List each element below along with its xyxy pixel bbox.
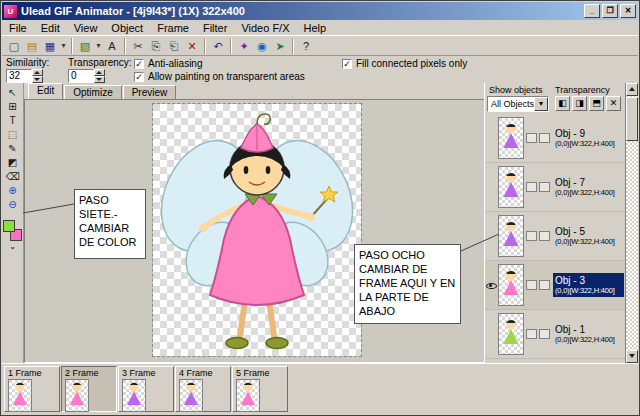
object-row-obj9[interactable]: Obj - 9 (0,0)[W:322,H:400] <box>485 114 625 163</box>
restore-button[interactable]: ❐ <box>602 4 618 18</box>
eyedropper-tool-icon[interactable]: ✎ <box>4 142 22 155</box>
new-icon[interactable]: ▢ <box>5 38 23 54</box>
transform-tool-icon[interactable]: ⊞ <box>4 100 22 113</box>
minimize-button[interactable]: _ <box>584 4 600 18</box>
add-image-icon[interactable]: ▧ <box>76 38 94 54</box>
visible-eye-icon[interactable] <box>486 280 497 291</box>
object-label-group[interactable]: Obj - 7 (0,0)[W:322,H:400] <box>553 175 624 199</box>
close-button[interactable]: ✕ <box>620 4 636 18</box>
objects-scrollbar[interactable] <box>625 83 638 363</box>
object-thumbnail[interactable] <box>498 313 524 355</box>
zoom-in-tool-icon[interactable]: ⊕ <box>4 184 22 197</box>
scroll-up-icon[interactable] <box>626 83 638 96</box>
duplicate-object-icon[interactable]: ◧ <box>555 96 570 111</box>
objects-filter-select[interactable]: All Objects ▾ <box>487 96 549 112</box>
object-thumbnail[interactable] <box>498 264 524 306</box>
transparency-box-icon[interactable] <box>539 231 550 241</box>
fill-connected-checkbox[interactable]: ✓ Fill connected pixels only <box>342 58 467 69</box>
transparency-box-icon[interactable] <box>526 329 537 339</box>
scroll-down-icon[interactable] <box>626 350 638 363</box>
wizard-icon[interactable]: ✦ <box>235 38 253 54</box>
menu-frame[interactable]: Frame <box>150 22 196 34</box>
stepper-down-icon[interactable] <box>32 76 43 83</box>
object-label-group[interactable]: Obj - 3 (0,0)[W:322,H:400] <box>553 273 624 297</box>
antialiasing-checkbox[interactable]: ✓ Anti-aliasing <box>134 58 202 69</box>
foreground-color-swatch[interactable] <box>3 220 15 232</box>
transparency-box-icon[interactable] <box>539 133 550 143</box>
transparency-box-icon[interactable] <box>539 182 550 192</box>
delete-object-icon[interactable]: ✕ <box>606 96 621 111</box>
object-label-group[interactable]: Obj - 5 (0,0)[W:322,H:400] <box>553 224 624 248</box>
chevron-down-icon[interactable]: ▾ <box>534 97 548 111</box>
menu-help[interactable]: Help <box>297 22 334 34</box>
frame-cell-4[interactable]: 4 Frame <box>175 366 231 412</box>
menu-edit[interactable]: Edit <box>34 22 67 34</box>
checkmark-icon[interactable]: ✓ <box>134 72 144 82</box>
object-thumbnail[interactable] <box>498 117 524 159</box>
cut-icon[interactable]: ✂ <box>129 38 147 54</box>
similarity-value[interactable]: 32 <box>6 69 32 83</box>
eraser-tool-icon[interactable]: ⌫ <box>4 170 22 183</box>
add-image-dropdown-icon[interactable]: ▾ <box>94 38 103 54</box>
object-row-obj5[interactable]: Obj - 5 (0,0)[W:322,H:400] <box>485 212 625 261</box>
tab-preview[interactable]: Preview <box>123 85 177 99</box>
object-thumbnail[interactable] <box>498 215 524 257</box>
save-dropdown-icon[interactable]: ▾ <box>59 38 68 54</box>
menu-filter[interactable]: Filter <box>196 22 234 34</box>
checkmark-icon[interactable]: ✓ <box>342 59 352 69</box>
zoom-out-tool-icon[interactable]: ⊖ <box>4 198 22 211</box>
transparency-box-icon[interactable] <box>539 280 550 290</box>
scrollbar-thumb[interactable] <box>626 97 638 141</box>
menu-file[interactable]: File <box>2 22 34 34</box>
preview-web-icon[interactable]: ◉ <box>253 38 271 54</box>
tab-edit[interactable]: Edit <box>28 83 63 99</box>
export-icon[interactable]: ➤ <box>271 38 289 54</box>
frame-cell-2[interactable]: 2 Frame <box>61 366 117 412</box>
transparency-box-icon[interactable] <box>526 280 537 290</box>
menu-video-fx[interactable]: Video F/X <box>234 22 296 34</box>
undo-icon[interactable]: ↶ <box>209 38 227 54</box>
copy-icon[interactable]: ⎘ <box>147 38 165 54</box>
paste-icon[interactable]: ⎗ <box>165 38 183 54</box>
object-row-obj3[interactable]: Obj - 3 (0,0)[W:322,H:400] <box>485 261 625 310</box>
delete-icon[interactable]: ✕ <box>183 38 201 54</box>
pick-tool-icon[interactable]: ↖ <box>4 86 22 99</box>
stepper-up-icon[interactable] <box>94 69 105 76</box>
transparency-value[interactable]: 0 <box>68 69 94 83</box>
merge-objects-icon[interactable]: ◨ <box>572 96 587 111</box>
menu-view[interactable]: View <box>67 22 105 34</box>
objects-panel: Show objects Transparency All Objects ▾ … <box>484 83 638 363</box>
allow-painting-checkbox[interactable]: ✓ Allow painting on transparent areas <box>134 71 305 82</box>
transparency-box-icon[interactable] <box>526 182 537 192</box>
help-icon[interactable]: ? <box>297 38 315 54</box>
transparency-box-icon[interactable] <box>526 133 537 143</box>
fill-tool-icon[interactable]: ◩ <box>4 156 22 169</box>
object-row-obj1[interactable]: Obj - 1 (0,0)[W:322,H:400] <box>485 310 625 359</box>
checkmark-icon[interactable]: ✓ <box>134 59 144 69</box>
tab-optimize[interactable]: Optimize <box>64 85 121 99</box>
stepper-down-icon[interactable] <box>94 76 105 83</box>
add-text-icon[interactable]: A <box>103 38 121 54</box>
object-row-obj7[interactable]: Obj - 7 (0,0)[W:322,H:400] <box>485 163 625 212</box>
object-label-group[interactable]: Obj - 1 (0,0)[W:322,H:400] <box>553 322 624 346</box>
menu-object[interactable]: Object <box>104 22 150 34</box>
title-bar[interactable]: U Ulead GIF Animator - [4j9I43*] (1X) 32… <box>2 2 638 20</box>
transparency-stepper[interactable]: 0 <box>68 69 105 83</box>
object-thumbnail[interactable] <box>498 166 524 208</box>
text-tool-icon[interactable]: T <box>4 114 22 127</box>
new-object-icon[interactable]: ⬒ <box>589 96 604 111</box>
object-label-group[interactable]: Obj - 9 (0,0)[W:322,H:400] <box>553 126 624 150</box>
save-icon[interactable]: ▦ <box>41 38 59 54</box>
open-icon[interactable]: ▤ <box>23 38 41 54</box>
swap-colors-icon[interactable]: ⌄ <box>4 243 22 256</box>
frame-thumbnail <box>65 379 89 412</box>
frame-cell-3[interactable]: 3 Frame <box>118 366 174 412</box>
crop-tool-icon[interactable]: ⬚ <box>4 128 22 141</box>
canvas[interactable] <box>153 104 361 356</box>
transparency-box-icon[interactable] <box>526 231 537 241</box>
frame-cell-5[interactable]: 5 Frame <box>232 366 288 412</box>
transparency-box-icon[interactable] <box>539 329 550 339</box>
stepper-up-icon[interactable] <box>32 69 43 76</box>
similarity-stepper[interactable]: 32 <box>6 69 43 83</box>
frame-cell-1[interactable]: 1 Frame <box>4 366 60 412</box>
